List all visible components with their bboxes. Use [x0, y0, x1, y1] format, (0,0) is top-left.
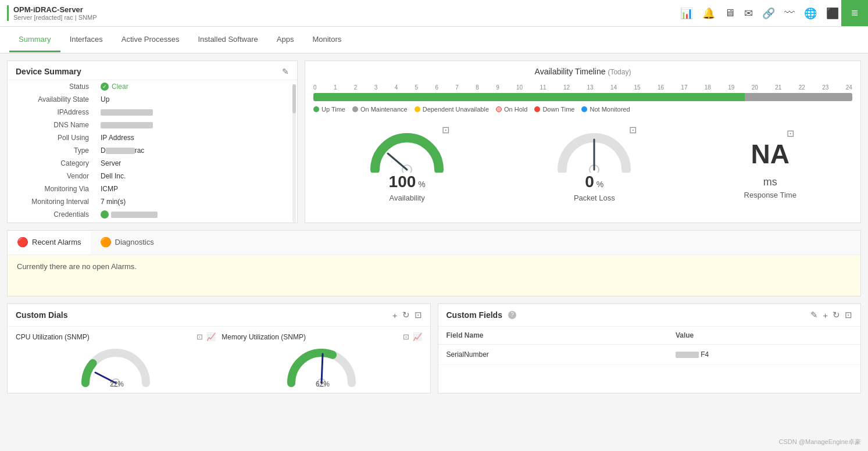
top-section-row: Device Summary ✎ Status Clear: [7, 60, 861, 223]
hamburger-icon: ≡: [851, 6, 858, 20]
redacted-type: [106, 148, 135, 154]
dial-cpu-chart-icon[interactable]: 📈: [206, 332, 216, 341]
dial-memory-monitor-icon[interactable]: ⊡: [403, 332, 409, 341]
custom-fields-card: Custom Fields ? ✎ + ↻ ⊡ Field Name Value: [438, 303, 862, 393]
diagnostics-icon: 🟠: [100, 237, 112, 248]
custom-dials-header: Custom Dials + ↻ ⊡: [8, 304, 430, 327]
dial-cpu: CPU Utilization (SNMP) ⊡ 📈 22%: [16, 332, 216, 387]
field-value-ipaddress: [95, 106, 297, 119]
table-row: Poll Using IP Address: [8, 131, 297, 144]
recent-alarms-label: Recent Alarms: [32, 238, 81, 246]
table-row: Vendor Dell Inc.: [8, 170, 297, 182]
field-label-vendor: Vendor: [8, 170, 95, 182]
globe-icon[interactable]: 🌐: [804, 7, 817, 20]
dials-add-icon[interactable]: +: [392, 310, 398, 320]
terminal-icon[interactable]: ⬛: [826, 7, 839, 20]
field-label-availability-state: Availability State: [8, 93, 95, 106]
app-title: OPM-iDRAC-Server: [13, 5, 97, 14]
dials-grid: CPU Utilization (SNMP) ⊡ 📈 22%: [8, 327, 430, 393]
monitor-icon[interactable]: 🖥: [724, 7, 735, 19]
field-label-status: Status: [8, 80, 95, 93]
dials-settings-icon[interactable]: ⊡: [415, 310, 422, 320]
gauge-settings-icon-packetloss[interactable]: ⊡: [629, 124, 637, 135]
dial-memory-icons: ⊡ 📈: [403, 332, 422, 341]
table-row: SerialNumber F4: [438, 345, 861, 365]
dial-cpu-monitor-icon[interactable]: ⊡: [197, 332, 203, 341]
legend-dependent: Dependent Unavailable: [415, 106, 489, 113]
gauge-label-packetloss: Packet Loss: [556, 194, 632, 202]
gauge-wrap-responsetime: ⊡ NA ms: [751, 133, 789, 188]
envelope-icon[interactable]: ✉: [744, 7, 753, 20]
gauges-row: ⊡ 100 % Availability: [305, 123, 860, 208]
tab-monitors[interactable]: Monitors: [303, 28, 351, 52]
field-label-monitoring-via: Monitoring Via: [8, 182, 95, 195]
legend-uptime: Up Time: [313, 106, 345, 113]
field-label-ipaddress: IPAddress: [8, 106, 95, 119]
responsetime-gauge: ⊡ NA ms Response Time: [744, 133, 796, 199]
dial-cpu-svg: 22%: [81, 343, 151, 387]
field-label-pollusing: Poll Using: [8, 131, 95, 144]
dial-memory-chart-icon[interactable]: 📈: [413, 332, 422, 341]
tab-diagnostics[interactable]: 🟠 Diagnostics: [91, 231, 163, 255]
diagnostics-label: Diagnostics: [115, 238, 154, 246]
analytics-icon[interactable]: 〰: [784, 7, 795, 19]
scrollbar[interactable]: [292, 84, 296, 223]
chart-icon[interactable]: 📊: [680, 7, 693, 20]
fields-edit-icon[interactable]: ✎: [810, 310, 818, 320]
status-dot: [101, 83, 109, 91]
fields-settings-icon[interactable]: ⊡: [845, 310, 852, 320]
main-content: Device Summary ✎ Status Clear: [0, 53, 868, 400]
dial-memory-svg: 62%: [287, 343, 356, 387]
dials-refresh-icon[interactable]: ↻: [402, 310, 410, 320]
hamburger-button[interactable]: ≡: [841, 0, 868, 26]
tab-summary[interactable]: Summary: [9, 28, 60, 52]
tab-active-processes[interactable]: Active Processes: [112, 28, 189, 52]
help-icon[interactable]: ?: [508, 311, 516, 319]
no-alarms-text: Currently there are no open Alarms.: [17, 262, 137, 271]
tab-installed-software[interactable]: Installed Software: [188, 28, 267, 52]
gauge-wrap-packetloss: ⊡ 0 %: [556, 129, 632, 191]
fields-refresh-icon[interactable]: ↻: [833, 310, 840, 320]
packetloss-gauge: ⊡ 0 % Packet Loss: [556, 129, 632, 202]
field-value-credentials: [95, 208, 297, 223]
col-field-name: Field Name: [438, 327, 667, 345]
bell-icon[interactable]: 🔔: [702, 7, 715, 20]
field-value-availability-state: Up: [95, 93, 297, 106]
timeline-section: 0123456789101112131415161718192021222324…: [305, 80, 860, 123]
redacted-credentials: [111, 212, 158, 218]
gauge-settings-icon-availability[interactable]: ⊡: [442, 124, 449, 135]
gauge-settings-icon-responsetime[interactable]: ⊡: [787, 128, 794, 139]
table-row: Type Drac: [8, 144, 297, 157]
dial-memory-header: Memory Utilization (SNMP) ⊡ 📈: [222, 332, 422, 341]
gauge-svg-packetloss: [556, 129, 632, 173]
custom-fields-title-wrap: Custom Fields ?: [446, 310, 516, 320]
gauge-label-availability: Availability: [369, 194, 445, 202]
summary-table: Status Clear Availability State Up: [8, 80, 297, 223]
bottom-row: Custom Dials + ↻ ⊡ CPU Utilization (SNMP…: [7, 303, 861, 393]
tab-interfaces[interactable]: Interfaces: [60, 28, 112, 52]
custom-dials-title: Custom Dials: [16, 310, 67, 320]
table-row: Monitoring Via ICMP: [8, 182, 297, 195]
link-icon[interactable]: 🔗: [762, 7, 775, 20]
timeline-bar: [313, 93, 852, 101]
table-row: Monitoring Interval 7 min(s): [8, 195, 297, 208]
device-summary-edit-icon[interactable]: ✎: [282, 67, 289, 76]
fields-add-icon[interactable]: +: [823, 310, 828, 320]
table-row: DNS Name: [8, 119, 297, 131]
alarms-tabs: 🔴 Recent Alarms 🟠 Diagnostics: [8, 231, 860, 255]
tab-recent-alarms[interactable]: 🔴 Recent Alarms: [8, 231, 91, 255]
gauge-value-packetloss: 0 %: [556, 173, 632, 191]
field-name-serial: SerialNumber: [438, 345, 667, 365]
app-subtitle: Server [redacted] rac | SNMP: [13, 14, 97, 21]
fields-table-head: Field Name Value: [438, 327, 861, 345]
timeline-legend: Up Time On Maintenance Dependent Unavail…: [313, 106, 852, 113]
dial-memory-name: Memory Utilization (SNMP): [222, 333, 306, 341]
col-value: Value: [667, 327, 860, 345]
recent-alarms-icon: 🔴: [17, 237, 28, 248]
tab-apps[interactable]: Apps: [267, 28, 303, 52]
dial-cpu-icons: ⊡ 📈: [197, 332, 216, 341]
dial-cpu-header: CPU Utilization (SNMP) ⊡ 📈: [16, 332, 216, 341]
legend-onhold: On Hold: [496, 106, 527, 113]
fields-table: Field Name Value SerialNumber F4: [438, 327, 861, 365]
gauge-unit-responsetime: ms: [751, 176, 789, 188]
